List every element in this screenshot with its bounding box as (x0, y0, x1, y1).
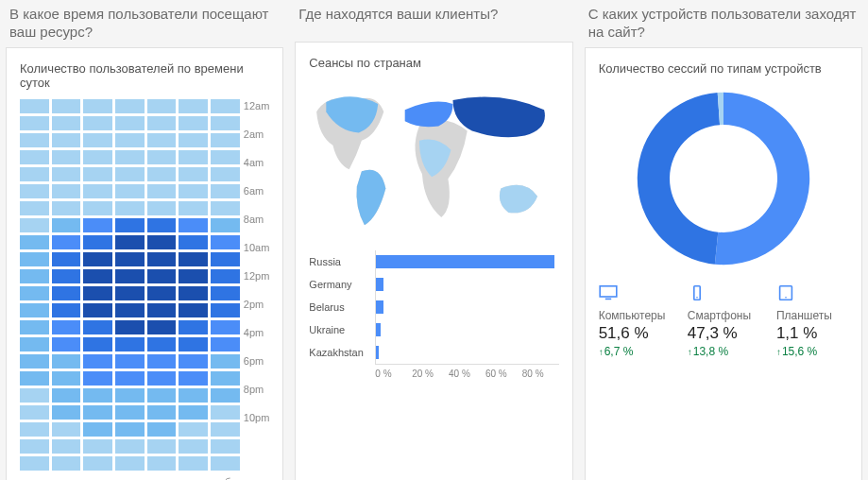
svg-rect-0 (600, 285, 617, 296)
country-bar-chart: RussiaGermanyBelarusUkraineKazakhstan (309, 250, 558, 364)
heatmap-cell (211, 252, 240, 266)
country-bar (375, 341, 558, 364)
heatmap-xlabel: сб (211, 476, 240, 481)
heatmap-cell (147, 286, 177, 300)
heatmap-cell (115, 99, 145, 113)
heatmap-cell (83, 167, 112, 181)
card-title: Количество пользователей по времени суто… (20, 61, 269, 90)
heatmap-cell (83, 354, 112, 369)
heatmap-cell (20, 388, 49, 403)
heatmap-cell (179, 252, 208, 266)
heatmap-cell (147, 167, 177, 181)
heatmap-cell (179, 303, 208, 317)
heatmap-cell (115, 116, 145, 130)
device-value: 47,3 % (688, 324, 759, 343)
heatmap-cell (52, 235, 81, 249)
heatmap-cell (211, 184, 240, 198)
heatmap-ylabel: 4pm (244, 327, 270, 355)
heatmap-cell (52, 371, 81, 386)
country-bar (375, 250, 558, 273)
heatmap-cell (83, 252, 112, 266)
country-bar-fill (376, 255, 553, 268)
heatmap-cell (115, 269, 145, 283)
heatmap-cell (211, 422, 240, 437)
heatmap-cell (20, 320, 49, 334)
heatmap-ylabel: 12pm (244, 270, 270, 299)
country-row: Ukraine (309, 318, 558, 341)
heatmap-cell (179, 235, 208, 249)
heatmap-cell (20, 456, 49, 471)
heatmap-ylabel: 2pm (244, 299, 270, 327)
heatmap-cell (211, 235, 240, 249)
country-name: Germany (309, 279, 375, 290)
device-stats: Компьютеры 51,6 % 6,7 % Смартфоны 47,3 %… (599, 285, 848, 358)
heatmap-ylabel: 6am (244, 185, 270, 214)
heatmap-cell (52, 405, 81, 420)
heatmap-cell (20, 269, 49, 283)
heatmap-xaxis: вспнвтсрчтптсб (20, 476, 240, 481)
heatmap-cell (211, 354, 240, 369)
heatmap-cell (52, 456, 81, 471)
heatmap-cell (147, 235, 177, 249)
heatmap-cell (115, 167, 145, 181)
panel-devices: С каких устройств пользователи заходят н… (585, 6, 862, 480)
heatmap-cell (147, 201, 177, 215)
heatmap-cell (211, 371, 240, 386)
heatmap-cell (147, 320, 177, 334)
heatmap-cell (115, 456, 145, 471)
heatmap-cell (20, 167, 49, 181)
heatmap-ylabel: 8pm (244, 384, 270, 412)
device-label: Компьютеры (599, 309, 671, 322)
heatmap-cell (52, 201, 81, 215)
heatmap-cell (115, 184, 145, 198)
donut-slice (715, 92, 809, 264)
heatmap-cell (115, 235, 145, 249)
heatmap-cell (20, 337, 49, 351)
heatmap-cell (83, 371, 112, 386)
world-map (309, 79, 558, 240)
country-name: Kazakhstan (309, 347, 375, 358)
country-name: Belarus (309, 301, 375, 313)
heatmap-ylabel: 12am (244, 100, 270, 129)
country-bar-fill (376, 278, 383, 291)
heatmap-cell (147, 354, 177, 369)
country-bar-fill (376, 323, 381, 336)
card-map: Сеансы по странам (295, 42, 572, 480)
heatmap-cell (147, 303, 177, 317)
heatmap-cell (52, 150, 81, 164)
country-bar (375, 296, 558, 318)
tablet-icon (776, 285, 795, 300)
heatmap-cell (83, 269, 112, 283)
device-label: Планшеты (776, 309, 848, 322)
heatmap-cell (115, 388, 145, 403)
heatmap-cell (179, 388, 208, 403)
xaxis-tick: 80 % (522, 369, 559, 379)
device-delta: 15,6 % (776, 345, 848, 358)
heatmap-cell (115, 201, 145, 215)
country-bar-fill (376, 300, 383, 314)
country-bar-fill (376, 346, 378, 359)
heatmap-cell (147, 252, 177, 266)
heatmap-cell (147, 405, 177, 420)
smartphone-icon (688, 285, 706, 300)
heatmap-xlabel: ср (115, 476, 145, 481)
heatmap-cell (20, 371, 49, 386)
heatmap-cell (115, 252, 145, 266)
heatmap-cell (20, 116, 49, 130)
heatmap-cell (20, 218, 49, 232)
country-row: Kazakhstan (309, 341, 558, 364)
heatmap-cell (211, 337, 240, 351)
heatmap-ylabel: 6pm (244, 355, 270, 384)
xaxis-tick: 0 % (375, 369, 412, 379)
heatmap-cell (211, 456, 240, 471)
heatmap-cell (52, 218, 81, 232)
heatmap-cell (211, 167, 240, 181)
heatmap-cell (179, 218, 208, 232)
heatmap-cell (147, 184, 177, 198)
heatmap-cell (179, 320, 208, 334)
card-devices: Количество сессий по типам устройств Ком… (585, 47, 862, 481)
heatmap-cell (20, 99, 49, 113)
heatmap-cell (20, 354, 49, 369)
device-label: Смартфоны (688, 309, 759, 322)
heatmap-cell (20, 201, 49, 215)
